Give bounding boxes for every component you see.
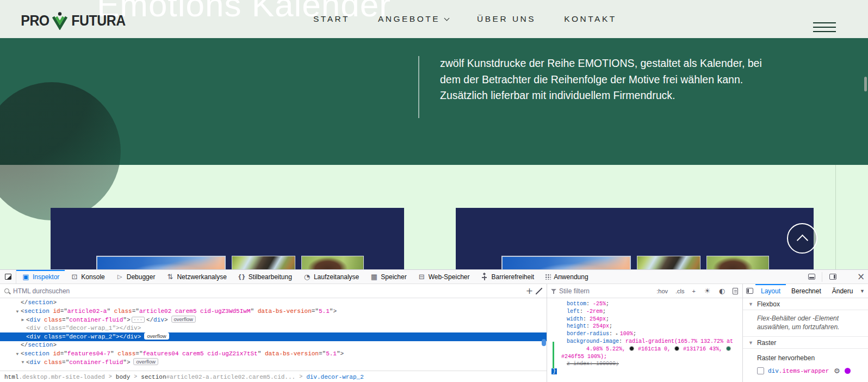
pick-element-button[interactable] <box>0 270 16 284</box>
expand-arrow-icon[interactable]: ▼ <box>15 307 20 316</box>
breadcrumb-item[interactable]: body <box>116 374 130 380</box>
devtools-tab-ally[interactable]: Barrierefreiheit <box>475 270 540 284</box>
devtools-tab-debugger[interactable]: Debugger <box>110 270 161 284</box>
markup-row[interactable]: ▼<div class="container-fluid">overflow <box>0 358 547 367</box>
css-declaration-row[interactable]: z-index: 100000; <box>547 360 742 368</box>
markup-segment: data-bs-version <box>258 308 312 315</box>
menu-dots-button[interactable] <box>840 270 854 284</box>
markup-row[interactable]: ▼<section id="article02-a" class="articl… <box>0 307 547 316</box>
css-declaration-row[interactable]: bottom: -25%; <box>547 300 742 308</box>
overflow-badge[interactable]: overflow <box>144 332 169 340</box>
nav-item-kontakt[interactable]: KONTAKT <box>564 14 617 24</box>
hamburger-menu-icon[interactable] <box>813 22 836 32</box>
css-declaration-row[interactable]: } <box>547 368 742 375</box>
markup-scrollbar-thumb[interactable] <box>542 339 546 346</box>
css-declaration-row[interactable]: width: 254px; <box>547 316 742 323</box>
markup-segment: " <box>258 350 265 357</box>
markup-row[interactable]: </section> <box>0 341 547 350</box>
styles-filter-input[interactable] <box>559 287 649 295</box>
sidebar-tab-berechnet[interactable]: Berechnet <box>786 284 827 298</box>
color-swatch[interactable] <box>674 346 679 351</box>
markup-segment: class <box>114 308 132 315</box>
sidebar-tab--nderu[interactable]: Änderu <box>827 284 859 298</box>
markup-segment: section <box>24 350 49 357</box>
logo-text-pro: PRO <box>21 13 49 29</box>
devtools-tab-memory[interactable]: Speicher <box>364 270 412 284</box>
main-nav: STARTANGEBOTEÜBER UNSKONTAKT <box>313 0 617 38</box>
markup-segment: container-fluid <box>69 317 123 323</box>
color-swatch[interactable] <box>726 346 731 351</box>
page-scrollbar-thumb[interactable] <box>864 77 867 91</box>
memory-icon <box>370 273 378 281</box>
devtools-tab-perf[interactable]: Laufzeitanalyse <box>297 270 364 284</box>
dock-side-button[interactable] <box>826 270 840 284</box>
markup-segment: div <box>153 317 164 323</box>
product-card-2[interactable] <box>456 208 814 269</box>
markup-row[interactable]: ▶<div class="container-fluid">···</div>o… <box>0 316 547 324</box>
markup-segment: < <box>21 350 24 357</box>
markup-row[interactable]: </section> <box>0 299 547 307</box>
breadcrumb-item[interactable]: div.decor-wrap_2 <box>306 374 364 380</box>
devtools-tab-app[interactable]: Anwendung <box>540 270 593 284</box>
sidebar-toggle-icon[interactable] <box>746 288 753 294</box>
css-declaration-row[interactable]: #246f55 100%); <box>547 353 742 361</box>
devtools-tab-network[interactable]: Netzwerkanalyse <box>160 270 232 284</box>
toggle-hover-button[interactable]: :hov <box>656 288 668 294</box>
grid-settings-gear-icon[interactable] <box>833 367 841 375</box>
tabs-overflow-chevron-icon[interactable]: ▼ <box>859 288 866 294</box>
expand-arrow-icon[interactable]: ▶ <box>20 316 26 324</box>
html-search-input[interactable] <box>13 287 523 295</box>
color-scheme-sim-icon[interactable] <box>718 287 726 295</box>
breadcrumb-item[interactable]: section#article02-a.article02.carem5.cid… <box>141 374 295 380</box>
devtools-tab-storage[interactable]: Web-Speicher <box>412 270 475 284</box>
css-segment: width <box>567 316 583 322</box>
markup-row[interactable]: ▼<section id="features04-7" class="featu… <box>0 350 547 359</box>
css-segment: background-image <box>567 338 619 344</box>
product-card-1[interactable] <box>51 208 404 269</box>
scroll-to-top-button[interactable] <box>787 223 817 254</box>
css-declaration-row[interactable]: border-radius: ▸100%; <box>547 330 742 338</box>
markup-segment: =" <box>132 308 139 315</box>
toggle-class-button[interactable]: .cls <box>675 288 685 294</box>
css-segment: -2rem <box>586 309 603 315</box>
css-declaration-row[interactable]: left: -2rem; <box>547 308 742 316</box>
css-declaration-row[interactable]: height: 254px; <box>547 323 742 330</box>
collapsed-content-badge[interactable]: ··· <box>132 317 144 323</box>
breadcrumb-item[interactable]: html.desktop.mbr-site-loaded <box>4 374 105 380</box>
expand-arrow-icon[interactable]: ▼ <box>15 350 20 359</box>
storage-icon <box>418 273 426 281</box>
grid-section-header[interactable]: ▼ Raster <box>743 337 868 349</box>
devtools-tab-console[interactable]: Konsole <box>65 270 110 284</box>
expand-arrow-icon[interactable]: ▼ <box>20 358 26 367</box>
overflow-badge[interactable]: overflow <box>133 358 158 365</box>
devtools-tab-style[interactable]: Stilbearbeitung <box>232 270 297 284</box>
search-icon <box>3 287 11 295</box>
flexbox-section-header[interactable]: ▼ Flexbox <box>743 298 868 310</box>
markup-segment: data-bs-version <box>265 350 319 357</box>
dock-bottom-button[interactable] <box>804 270 819 284</box>
nav-item-angebote[interactable]: ANGEBOTE <box>378 14 449 24</box>
add-node-icon[interactable] <box>525 287 534 295</box>
sidebar-tab-layout[interactable]: Layout <box>755 284 786 298</box>
grid-color-swatch[interactable] <box>845 368 851 374</box>
close-button[interactable] <box>854 270 868 284</box>
markup-row[interactable]: <div class="decor-wrap_2"></div>overflow <box>0 332 547 341</box>
devtools-tab-inspector[interactable]: Inspektor <box>16 270 65 284</box>
site-logo[interactable]: PRO FUTURA <box>20 11 128 30</box>
css-segment: ; <box>606 301 609 307</box>
grid-highlight-checkbox[interactable] <box>757 367 764 374</box>
eyedropper-icon[interactable] <box>536 288 542 294</box>
markup-segment: < <box>26 325 30 331</box>
color-swatch[interactable] <box>629 346 634 351</box>
markup-row[interactable]: <div class="decor-wrap_1"></div> <box>0 324 547 333</box>
print-sim-icon[interactable] <box>733 288 738 294</box>
add-rule-button[interactable]: + <box>692 288 696 294</box>
css-declaration-row[interactable]: background-image: radial-gradient(165.7%… <box>547 338 742 346</box>
overflow-badge[interactable]: overflow <box>171 316 196 323</box>
css-segment: #246f55 100%); <box>561 354 607 360</box>
light-theme-sim-icon[interactable] <box>703 287 711 295</box>
nav-item--ber-uns[interactable]: ÜBER UNS <box>477 14 536 24</box>
css-declaration-row[interactable]: 4.98% 5.22%, #161c1a 0, #131716 43%, <box>547 346 742 353</box>
nav-item-start[interactable]: START <box>313 14 350 24</box>
toolbar-separator <box>822 272 822 282</box>
